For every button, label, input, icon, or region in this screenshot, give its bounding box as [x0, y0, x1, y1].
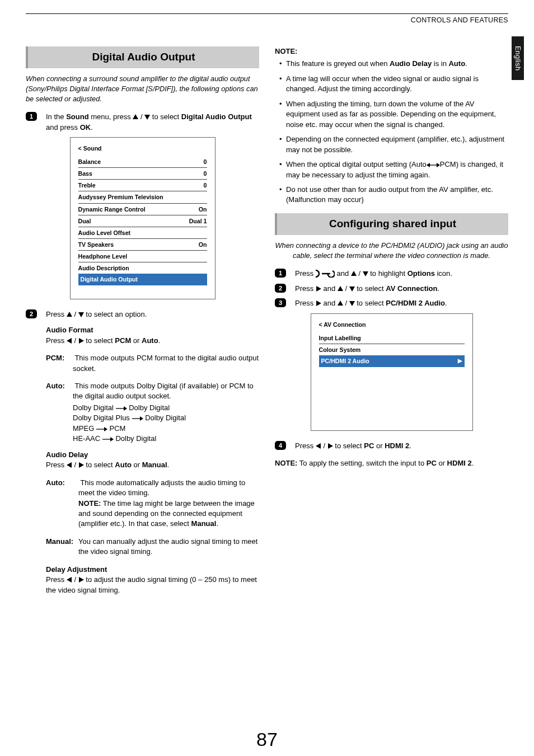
svg-marker-34: [349, 287, 355, 292]
osd-row: Balance0: [78, 156, 207, 168]
note-item: This feature is greyed out when Audio De…: [279, 59, 508, 69]
osd-row: Treble0: [78, 180, 207, 191]
note-item: Depending on the connected equipment (am…: [279, 134, 508, 155]
footer-note: NOTE: To apply the setting, switch the i…: [275, 458, 508, 468]
left-column: Digital Audio Output When connecting a s…: [26, 46, 259, 600]
header-section-title: CONTROLS AND FEATURES: [411, 16, 508, 24]
step-2-text: Press / to select an option. Audio Forma…: [46, 309, 259, 595]
quick-menu-icon: [316, 270, 335, 278]
step-badge-3: 3: [275, 298, 286, 308]
left-icon: [67, 338, 72, 344]
svg-marker-28: [351, 271, 357, 276]
svg-marker-7: [78, 312, 84, 317]
delay-manual: Manual:You can manually adjust the audio…: [46, 537, 259, 557]
osd-row-highlight: Digital Audio Output: [78, 274, 207, 285]
r-step-3: 3 Press and / to select PC/HDMI 2 Audio.: [275, 298, 508, 308]
svg-text:2: 2: [279, 285, 282, 292]
note-item: Do not use other than for audio output f…: [279, 185, 508, 205]
osd-row: Audyssey Premium Television: [78, 191, 207, 203]
svg-marker-37: [316, 300, 321, 306]
intro-shared-input: When connecting a device to the PC/HDMI2…: [275, 241, 508, 261]
left-icon: [67, 462, 72, 468]
svg-text:1: 1: [30, 113, 33, 120]
svg-marker-42: [316, 443, 321, 449]
up-icon: [133, 114, 138, 120]
notes-list: This feature is greyed out when Audio De…: [275, 59, 508, 205]
delay-auto-note: NOTE: The time lag might be large betwee…: [46, 499, 259, 529]
svg-marker-19: [79, 462, 84, 468]
right-icon: [316, 286, 321, 292]
svg-marker-43: [328, 443, 333, 449]
svg-text:3: 3: [279, 299, 282, 306]
arrow-right-icon: [132, 416, 143, 421]
running-header: CONTROLS AND FEATURES: [26, 16, 508, 24]
svg-text:4: 4: [279, 442, 283, 449]
down-icon: [78, 312, 84, 317]
pcm-desc: PCM: This mode outputs PCM format to the…: [46, 353, 259, 374]
r-step-4: 4 Press / to select PC or HDMI 2.: [275, 441, 508, 451]
osd-row: Headphone Level: [78, 251, 207, 262]
language-label: English: [514, 46, 522, 71]
codec-map: Dolby Digital Dolby Digital Dolby Digita…: [46, 403, 259, 444]
osd-sound-menu: < Sound Balance0 Bass0 Treble0 Audyssey …: [70, 137, 216, 299]
svg-marker-3: [144, 115, 150, 120]
svg-marker-15: [104, 427, 107, 431]
svg-marker-39: [349, 301, 355, 306]
up-icon: [67, 312, 72, 317]
left-icon: [67, 577, 72, 583]
osd-row: Input Labelling: [319, 332, 465, 344]
osd-title: < AV Connection: [319, 321, 465, 329]
osd-row: DualDual 1: [78, 215, 207, 227]
note-item: A time lag will occur when the video sig…: [279, 74, 508, 95]
svg-marker-20: [67, 577, 72, 583]
svg-text:2: 2: [30, 311, 33, 317]
delay-adjustment-line: Press / to adjust the audio signal timin…: [46, 575, 259, 595]
osd-row-highlight: PC/HDMI 2 Audio▶: [319, 355, 465, 367]
svg-marker-21: [79, 577, 84, 583]
step-badge-2: 2: [275, 284, 286, 294]
svg-marker-17: [110, 437, 114, 442]
right-icon: [327, 443, 333, 449]
step-badge-1: 1: [275, 269, 286, 279]
r-step-2: 2 Press and / to select AV Connection.: [275, 284, 508, 294]
step-1-text: In the Sound menu, press / to select Dig…: [46, 112, 259, 133]
step-1: 1 In the Sound menu, press / to select D…: [26, 112, 259, 133]
step-badge-4: 4: [275, 441, 286, 451]
right-column: NOTE: This feature is greyed out when Au…: [275, 46, 508, 600]
svg-marker-33: [338, 286, 343, 291]
right-icon: ▶: [458, 357, 462, 365]
r-step-1: 1 Press and / to highlight Options icon.: [275, 269, 508, 279]
note-item: When the optical digital output setting …: [279, 159, 508, 180]
arrow-right-icon: [102, 437, 114, 442]
right-icon: [316, 300, 321, 306]
heading-digital-audio-output: Digital Audio Output: [26, 46, 259, 68]
double-arrow-icon: [427, 163, 440, 167]
down-icon: [349, 286, 355, 292]
delay-auto: Auto: This mode automatically adjusts th…: [46, 478, 259, 499]
down-icon: [349, 300, 355, 306]
arrow-right-icon: [96, 427, 107, 431]
svg-marker-38: [338, 300, 343, 306]
svg-marker-29: [363, 271, 368, 276]
osd-row: Colour System: [319, 344, 465, 356]
svg-marker-13: [140, 416, 143, 421]
step-badge-1: 1: [26, 112, 37, 133]
auto-desc: Auto: This mode outputs Dolby Digital (i…: [46, 381, 259, 402]
right-icon: [78, 577, 84, 583]
svg-marker-2: [133, 114, 138, 119]
audio-delay-line: Press / to select Auto or Manual.: [46, 460, 259, 470]
osd-row: TV SpeakersOn: [78, 239, 207, 251]
down-icon: [363, 271, 368, 276]
arrow-right-icon: [116, 406, 127, 411]
svg-text:1: 1: [279, 270, 282, 276]
up-icon: [351, 271, 357, 276]
right-icon: [78, 462, 84, 468]
osd-row: Bass0: [78, 168, 207, 180]
note-heading: NOTE:: [275, 46, 508, 57]
up-icon: [338, 286, 343, 292]
right-icon: [78, 338, 84, 344]
osd-row: Audio Description: [78, 262, 207, 274]
osd-row: Audio Level Offset: [78, 227, 207, 239]
osd-av-connection: < AV Connection Input Labelling Colour S…: [311, 313, 473, 431]
svg-marker-32: [316, 286, 321, 292]
